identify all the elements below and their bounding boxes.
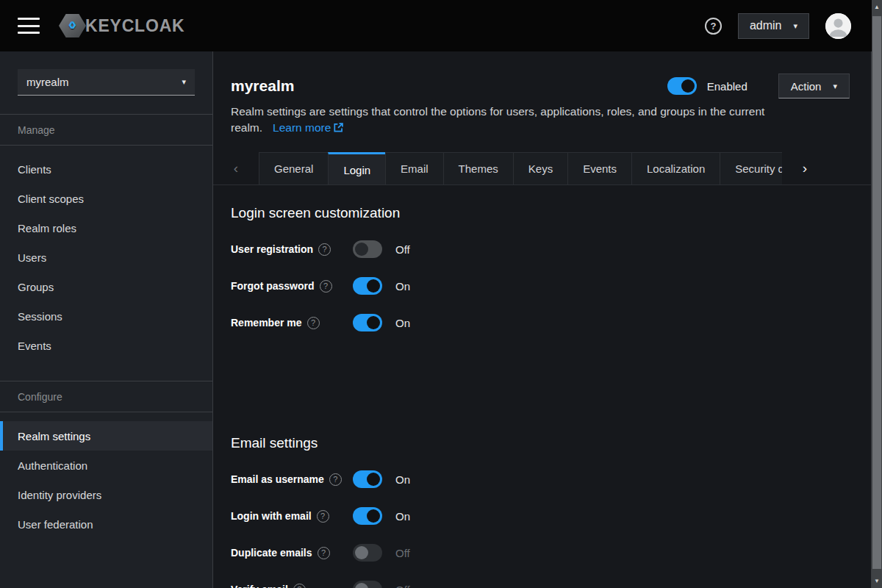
scroll-up-icon[interactable]: ▲ xyxy=(872,4,882,10)
field-label: Forgot password xyxy=(231,280,315,292)
toggle-state: Off xyxy=(395,584,410,588)
help-icon[interactable]: ? xyxy=(293,584,306,588)
toggle-forgot-password[interactable] xyxy=(353,277,382,295)
form-row-duplicate-emails: Duplicate emails ? Off xyxy=(231,543,864,562)
field-label: Duplicate emails xyxy=(231,547,312,559)
nav-section-configure: Configure xyxy=(0,381,212,412)
nav-toggle-hamburger-icon[interactable] xyxy=(18,18,40,34)
sidebar-item-authentication[interactable]: Authentication xyxy=(0,451,212,480)
help-icon[interactable]: ? xyxy=(318,243,331,256)
chevron-down-icon: ▾ xyxy=(793,21,797,31)
sidebar-item-users[interactable]: Users xyxy=(0,243,212,272)
learn-more-link[interactable]: Learn more xyxy=(273,121,343,134)
sidebar-item-groups[interactable]: Groups xyxy=(0,272,212,301)
toggle-email-as-username[interactable] xyxy=(353,470,382,488)
chevron-down-icon: ▾ xyxy=(833,82,837,91)
realm-selector-dropdown[interactable]: myrealm ▾ xyxy=(18,69,195,96)
realm-enabled-toggle[interactable] xyxy=(667,77,697,95)
chevron-left-icon: ‹ xyxy=(234,160,238,176)
sidebar-item-events[interactable]: Events xyxy=(0,331,212,360)
sidebar: myrealm ▾ Manage Clients Client scopes R… xyxy=(0,51,213,588)
enabled-label: Enabled xyxy=(707,80,747,93)
form-row-remember-me: Remember me ? On xyxy=(231,313,864,332)
brand-text: KEYCLOAK xyxy=(85,16,184,36)
tab-localization[interactable]: Localization xyxy=(631,152,720,184)
field-label: User registration xyxy=(231,243,313,255)
section-title-email-settings: Email settings xyxy=(231,434,864,452)
realm-selector-value: myrealm xyxy=(26,76,69,88)
help-icon[interactable]: ? xyxy=(705,18,722,35)
window-scrollbar[interactable]: ▲ ▼ xyxy=(872,0,882,588)
help-icon[interactable]: ? xyxy=(307,317,320,329)
tab-security-defenses[interactable]: Security defenses xyxy=(720,152,782,184)
tab-keys[interactable]: Keys xyxy=(513,152,567,184)
section-title-login-customization: Login screen customization xyxy=(231,204,864,222)
toggle-verify-email xyxy=(353,581,382,588)
tabs-scroll-left-button[interactable]: ‹ xyxy=(213,152,259,184)
toggle-state: On xyxy=(395,317,410,329)
avatar[interactable] xyxy=(825,13,851,39)
toggle-state: On xyxy=(395,510,410,523)
sidebar-item-realm-roles[interactable]: Realm roles xyxy=(0,213,212,243)
toggle-login-with-email[interactable] xyxy=(353,507,382,525)
field-label: Remember me xyxy=(231,317,302,329)
form-row-user-registration: User registration ? Off xyxy=(231,240,864,259)
chevron-down-icon: ▾ xyxy=(182,77,186,87)
sidebar-item-user-federation[interactable]: User federation xyxy=(0,509,212,539)
field-label: Verify email xyxy=(231,584,288,588)
toggle-state: On xyxy=(395,280,410,293)
masthead: ‹ › KEYCLOAK ? admin ▾ xyxy=(0,0,882,51)
sidebar-item-client-scopes[interactable]: Client scopes xyxy=(0,184,212,213)
tabs-scroll-right-button[interactable]: › xyxy=(782,152,828,184)
help-icon[interactable]: ? xyxy=(317,510,329,523)
help-icon[interactable]: ? xyxy=(320,280,332,293)
toggle-state: Off xyxy=(395,547,410,559)
action-dropdown-label: Action xyxy=(791,80,822,93)
sidebar-item-identity-providers[interactable]: Identity providers xyxy=(0,480,212,509)
form-row-email-as-username: Email as username ? On xyxy=(231,470,864,489)
tab-general[interactable]: General xyxy=(259,152,328,184)
help-icon[interactable]: ? xyxy=(318,547,330,559)
user-menu-label: admin xyxy=(750,19,782,32)
window-scrollbar-thumb[interactable] xyxy=(872,16,881,569)
tab-login[interactable]: Login xyxy=(328,152,385,184)
page-title: myrealm xyxy=(231,74,294,98)
field-label: Email as username xyxy=(231,473,324,485)
tab-email[interactable]: Email xyxy=(385,152,443,184)
toggle-state: Off xyxy=(395,243,410,256)
user-menu-dropdown[interactable]: admin ▾ xyxy=(738,13,809,39)
help-icon[interactable]: ? xyxy=(329,473,342,486)
keycloak-logo-icon: ‹ › xyxy=(59,14,86,37)
tab-themes[interactable]: Themes xyxy=(443,152,513,184)
form-row-forgot-password: Forgot password ? On xyxy=(231,276,864,295)
tab-events[interactable]: Events xyxy=(567,152,631,184)
keycloak-logo: ‹ › KEYCLOAK xyxy=(59,14,184,37)
toggle-duplicate-emails xyxy=(353,544,382,562)
main-content: myrealm Enabled Action ▾ Realm settings … xyxy=(213,51,882,588)
action-dropdown[interactable]: Action ▾ xyxy=(778,74,850,98)
sidebar-item-clients[interactable]: Clients xyxy=(0,154,212,184)
toggle-user-registration[interactable] xyxy=(353,240,382,258)
sidebar-item-sessions[interactable]: Sessions xyxy=(0,301,212,331)
toggle-remember-me[interactable] xyxy=(353,314,382,331)
form-row-login-with-email: Login with email ? On xyxy=(231,506,864,526)
realm-settings-tabs: ‹ General Login Email Themes Keys Events… xyxy=(213,152,882,185)
nav-section-manage: Manage xyxy=(0,115,212,145)
toggle-state: On xyxy=(395,473,410,486)
external-link-icon xyxy=(334,123,343,132)
form-row-verify-email: Verify email ? Off xyxy=(231,580,864,588)
sidebar-item-realm-settings[interactable]: Realm settings xyxy=(0,421,212,451)
field-label: Login with email xyxy=(231,510,312,522)
chevron-right-icon: › xyxy=(803,160,807,176)
page-description: Realm settings are settings that control… xyxy=(231,104,811,136)
scroll-down-icon[interactable]: ▼ xyxy=(872,578,882,584)
